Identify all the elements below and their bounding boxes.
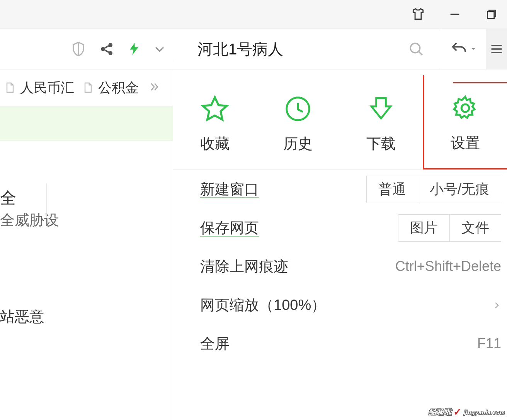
- menu-downloads[interactable]: 下载: [340, 75, 423, 169]
- menu-grid: 收藏 历史 下载 设置: [173, 69, 507, 170]
- menu-favorites[interactable]: 收藏: [173, 75, 256, 169]
- svg-point-15: [462, 104, 470, 112]
- bookmark-label: 公积金: [98, 79, 139, 97]
- new-window-normal[interactable]: 普通: [367, 176, 418, 203]
- menu-fullscreen-label: 全屏: [200, 334, 230, 354]
- menu-zoom-label: 网页缩放（100%）: [200, 295, 326, 315]
- save-page-options: 图片 文件: [398, 214, 501, 242]
- menu-save-page-label: 保存网页: [200, 220, 259, 237]
- menu-settings[interactable]: 设置: [423, 75, 507, 169]
- search-box[interactable]: 河北1号病人: [186, 29, 440, 69]
- side-heading-fragment: 全: [0, 187, 16, 209]
- lightning-icon[interactable]: [127, 41, 141, 58]
- dropdown-caret-icon: [471, 46, 476, 52]
- page-icon: [82, 80, 94, 95]
- menu-save-page[interactable]: 保存网页 图片 文件: [173, 208, 507, 247]
- svg-marker-13: [203, 97, 227, 120]
- left-pane: 人民币汇 公积金 全 全威胁设 站恶意: [0, 69, 173, 420]
- bookmark-label: 人民币汇: [20, 79, 74, 97]
- bookmarks-bar: 人民币汇 公积金: [0, 69, 173, 106]
- search-text: 河北1号病人: [197, 39, 400, 60]
- svg-line-6: [105, 46, 109, 48]
- menu-history[interactable]: 历史: [256, 75, 339, 169]
- fullscreen-shortcut: F11: [477, 335, 501, 352]
- svg-line-7: [105, 50, 109, 52]
- svg-point-8: [410, 43, 420, 53]
- chevron-down-icon[interactable]: [153, 42, 166, 56]
- new-window-options: 普通 小号/无痕: [366, 176, 501, 203]
- watermark: 经验啦 ✓ jingyanla.com: [429, 406, 505, 418]
- minimize-button[interactable]: [447, 7, 463, 22]
- gear-icon: [451, 91, 480, 125]
- menu-zoom[interactable]: 网页缩放（100%）: [173, 286, 507, 324]
- new-window-incognito[interactable]: 小号/无痕: [418, 176, 501, 203]
- undo-button[interactable]: [440, 29, 486, 69]
- chevron-right-icon: [492, 297, 501, 313]
- side-divider: [46, 183, 47, 218]
- menu-clear-trace-label: 清除上网痕迹: [200, 257, 288, 276]
- check-icon: ✓: [453, 406, 462, 418]
- save-page-file[interactable]: 文件: [449, 215, 501, 241]
- toolbar-divider: [176, 37, 176, 61]
- search-icon[interactable]: [400, 41, 432, 57]
- menu-new-window[interactable]: 新建窗口 普通 小号/无痕: [173, 170, 507, 208]
- menu-clear-trace[interactable]: 清除上网痕迹 Ctrl+Shift+Delete: [173, 247, 507, 286]
- bookmark-item-gjj[interactable]: 公积金: [82, 79, 139, 97]
- menu-button[interactable]: [486, 29, 507, 69]
- page-icon: [4, 80, 16, 95]
- menu-downloads-label: 下载: [366, 134, 396, 154]
- save-page-image[interactable]: 图片: [398, 215, 449, 241]
- bookmark-item-rmb[interactable]: 人民币汇: [4, 79, 74, 97]
- watermark-main: 经验啦: [429, 407, 452, 417]
- watermark-sub: jingyanla.com: [464, 409, 505, 415]
- maximize-button[interactable]: [484, 7, 499, 22]
- menu-favorites-label: 收藏: [200, 134, 230, 154]
- settings-highlight-border: [453, 82, 507, 83]
- window-titlebar: [0, 0, 507, 29]
- star-icon: [200, 91, 230, 126]
- svg-rect-2: [487, 12, 494, 18]
- side-sub-fragment: 全威胁设: [0, 210, 59, 230]
- shield-icon[interactable]: [70, 40, 87, 58]
- svg-point-3: [101, 47, 105, 51]
- menu-fullscreen[interactable]: 全屏 F11: [173, 324, 507, 363]
- highlighted-bar: [0, 106, 173, 141]
- side-lower-fragment: 站恶意: [0, 307, 44, 327]
- extension-tshirt-icon[interactable]: [410, 7, 426, 22]
- share-icon[interactable]: [99, 41, 115, 57]
- clock-icon: [284, 91, 312, 126]
- main-menu-panel: 收藏 历史 下载 设置 新建窗口: [173, 69, 507, 420]
- svg-line-9: [419, 52, 422, 55]
- menu-history-label: 历史: [283, 134, 313, 154]
- clear-trace-shortcut: Ctrl+Shift+Delete: [395, 258, 501, 274]
- download-icon: [367, 91, 395, 126]
- menu-new-window-label: 新建窗口: [200, 181, 259, 198]
- menu-settings-label: 设置: [451, 133, 480, 153]
- toolbar: 河北1号病人: [0, 29, 507, 69]
- bookmarks-overflow-icon[interactable]: [148, 81, 160, 94]
